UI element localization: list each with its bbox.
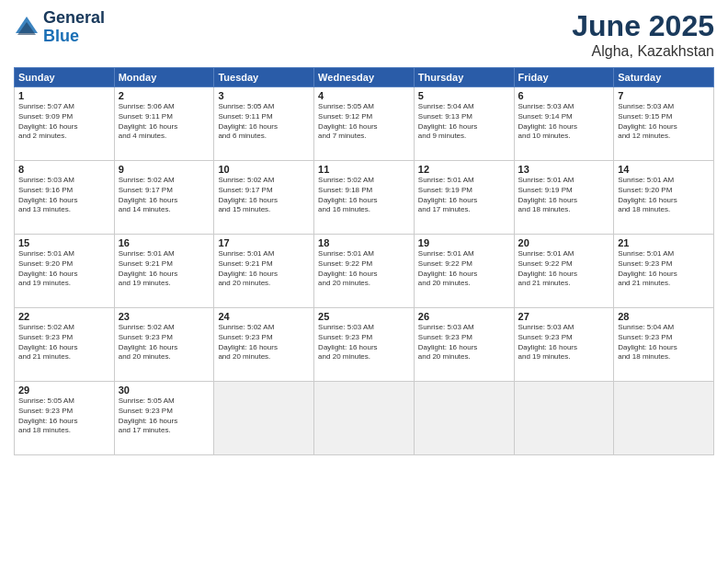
day-number: 24 <box>218 311 310 322</box>
day-info: Sunrise: 5:03 AM Sunset: 9:15 PM Dayligh… <box>618 102 710 142</box>
calendar-cell: 29Sunrise: 5:05 AM Sunset: 9:23 PM Dayli… <box>15 382 115 455</box>
weekday-header-friday: Friday <box>514 68 614 87</box>
day-number: 6 <box>518 90 610 101</box>
week-row-4: 22Sunrise: 5:02 AM Sunset: 9:23 PM Dayli… <box>15 308 714 382</box>
day-info: Sunrise: 5:02 AM Sunset: 9:17 PM Dayligh… <box>119 176 210 215</box>
day-number: 8 <box>18 164 110 175</box>
calendar-cell <box>514 382 614 455</box>
weekday-header-monday: Monday <box>114 68 214 87</box>
calendar-cell: 14Sunrise: 5:01 AM Sunset: 9:20 PM Dayli… <box>614 161 714 235</box>
day-number: 20 <box>518 237 610 248</box>
day-info: Sunrise: 5:01 AM Sunset: 9:21 PM Dayligh… <box>119 249 210 289</box>
day-number: 1 <box>18 90 110 101</box>
logo-blue: Blue <box>43 28 105 46</box>
day-number: 18 <box>318 237 410 248</box>
calendar-table: SundayMondayTuesdayWednesdayThursdayFrid… <box>14 67 714 455</box>
day-number: 11 <box>318 164 410 175</box>
calendar-cell: 10Sunrise: 5:02 AM Sunset: 9:17 PM Dayli… <box>214 161 314 235</box>
calendar-cell <box>614 382 714 455</box>
calendar-cell: 6Sunrise: 5:03 AM Sunset: 9:14 PM Daylig… <box>514 87 614 161</box>
calendar-cell: 9Sunrise: 5:02 AM Sunset: 9:17 PM Daylig… <box>114 161 214 235</box>
day-number: 13 <box>518 164 610 175</box>
day-number: 16 <box>119 237 210 248</box>
day-info: Sunrise: 5:02 AM Sunset: 9:18 PM Dayligh… <box>318 176 410 215</box>
day-number: 21 <box>618 237 710 248</box>
day-number: 28 <box>618 311 710 322</box>
day-info: Sunrise: 5:04 AM Sunset: 9:13 PM Dayligh… <box>418 102 510 142</box>
calendar-cell: 25Sunrise: 5:03 AM Sunset: 9:23 PM Dayli… <box>314 308 415 382</box>
calendar-cell: 24Sunrise: 5:02 AM Sunset: 9:23 PM Dayli… <box>214 308 314 382</box>
week-row-5: 29Sunrise: 5:05 AM Sunset: 9:23 PM Dayli… <box>15 382 714 455</box>
location: Algha, Kazakhstan <box>572 43 714 60</box>
calendar-cell: 3Sunrise: 5:05 AM Sunset: 9:11 PM Daylig… <box>214 87 314 161</box>
calendar-cell: 21Sunrise: 5:01 AM Sunset: 9:23 PM Dayli… <box>614 235 714 308</box>
day-number: 10 <box>218 164 310 175</box>
calendar-cell: 20Sunrise: 5:01 AM Sunset: 9:22 PM Dayli… <box>514 235 614 308</box>
calendar-cell: 11Sunrise: 5:02 AM Sunset: 9:18 PM Dayli… <box>314 161 415 235</box>
header: General Blue June 2025 Algha, Kazakhstan <box>14 9 714 60</box>
day-info: Sunrise: 5:07 AM Sunset: 9:09 PM Dayligh… <box>18 102 110 142</box>
day-info: Sunrise: 5:05 AM Sunset: 9:23 PM Dayligh… <box>119 396 210 436</box>
calendar-cell: 17Sunrise: 5:01 AM Sunset: 9:21 PM Dayli… <box>214 235 314 308</box>
day-info: Sunrise: 5:01 AM Sunset: 9:23 PM Dayligh… <box>618 249 710 289</box>
day-number: 2 <box>119 90 210 101</box>
day-info: Sunrise: 5:03 AM Sunset: 9:16 PM Dayligh… <box>18 176 110 215</box>
week-row-2: 8Sunrise: 5:03 AM Sunset: 9:16 PM Daylig… <box>15 161 714 235</box>
day-number: 23 <box>119 311 210 322</box>
calendar-cell <box>314 382 415 455</box>
weekday-header-tuesday: Tuesday <box>214 68 314 87</box>
calendar-cell: 16Sunrise: 5:01 AM Sunset: 9:21 PM Dayli… <box>114 235 214 308</box>
day-info: Sunrise: 5:02 AM Sunset: 9:23 PM Dayligh… <box>218 323 310 362</box>
day-number: 4 <box>318 90 410 101</box>
day-info: Sunrise: 5:02 AM Sunset: 9:23 PM Dayligh… <box>18 323 110 362</box>
calendar-cell: 2Sunrise: 5:06 AM Sunset: 9:11 PM Daylig… <box>114 87 214 161</box>
calendar-cell: 18Sunrise: 5:01 AM Sunset: 9:22 PM Dayli… <box>314 235 415 308</box>
calendar-cell: 15Sunrise: 5:01 AM Sunset: 9:20 PM Dayli… <box>15 235 115 308</box>
day-number: 29 <box>18 385 110 396</box>
calendar-cell: 30Sunrise: 5:05 AM Sunset: 9:23 PM Dayli… <box>114 382 214 455</box>
calendar-cell: 1Sunrise: 5:07 AM Sunset: 9:09 PM Daylig… <box>15 87 115 161</box>
day-number: 22 <box>18 311 110 322</box>
calendar-cell: 12Sunrise: 5:01 AM Sunset: 9:19 PM Dayli… <box>414 161 514 235</box>
logo-icon <box>14 15 40 40</box>
title-block: June 2025 Algha, Kazakhstan <box>572 9 714 60</box>
day-info: Sunrise: 5:05 AM Sunset: 9:11 PM Dayligh… <box>218 102 310 142</box>
month-title: June 2025 <box>572 9 714 43</box>
day-number: 14 <box>618 164 710 175</box>
calendar-cell: 4Sunrise: 5:05 AM Sunset: 9:12 PM Daylig… <box>314 87 415 161</box>
calendar-cell: 23Sunrise: 5:02 AM Sunset: 9:23 PM Dayli… <box>114 308 214 382</box>
day-info: Sunrise: 5:04 AM Sunset: 9:23 PM Dayligh… <box>618 323 710 362</box>
weekday-header-saturday: Saturday <box>614 68 714 87</box>
calendar-cell: 7Sunrise: 5:03 AM Sunset: 9:15 PM Daylig… <box>614 87 714 161</box>
week-row-3: 15Sunrise: 5:01 AM Sunset: 9:20 PM Dayli… <box>15 235 714 308</box>
week-row-1: 1Sunrise: 5:07 AM Sunset: 9:09 PM Daylig… <box>15 87 714 161</box>
weekday-header-sunday: Sunday <box>15 68 115 87</box>
weekday-header-thursday: Thursday <box>414 68 514 87</box>
calendar-cell: 26Sunrise: 5:03 AM Sunset: 9:23 PM Dayli… <box>414 308 514 382</box>
day-number: 3 <box>218 90 310 101</box>
day-info: Sunrise: 5:03 AM Sunset: 9:14 PM Dayligh… <box>518 102 610 142</box>
calendar-cell: 13Sunrise: 5:01 AM Sunset: 9:19 PM Dayli… <box>514 161 614 235</box>
calendar-cell: 5Sunrise: 5:04 AM Sunset: 9:13 PM Daylig… <box>414 87 514 161</box>
day-info: Sunrise: 5:02 AM Sunset: 9:17 PM Dayligh… <box>218 176 310 215</box>
day-info: Sunrise: 5:01 AM Sunset: 9:22 PM Dayligh… <box>418 249 510 289</box>
day-info: Sunrise: 5:01 AM Sunset: 9:22 PM Dayligh… <box>318 249 410 289</box>
day-info: Sunrise: 5:06 AM Sunset: 9:11 PM Dayligh… <box>119 102 210 142</box>
day-number: 25 <box>318 311 410 322</box>
calendar-cell <box>214 382 314 455</box>
day-info: Sunrise: 5:01 AM Sunset: 9:19 PM Dayligh… <box>418 176 510 215</box>
day-number: 7 <box>618 90 710 101</box>
day-info: Sunrise: 5:01 AM Sunset: 9:21 PM Dayligh… <box>218 249 310 289</box>
day-info: Sunrise: 5:03 AM Sunset: 9:23 PM Dayligh… <box>418 323 510 362</box>
logo: General Blue <box>14 9 105 46</box>
day-number: 30 <box>119 385 210 396</box>
day-number: 19 <box>418 237 510 248</box>
day-info: Sunrise: 5:05 AM Sunset: 9:12 PM Dayligh… <box>318 102 410 142</box>
weekday-header-wednesday: Wednesday <box>314 68 415 87</box>
logo-general: General <box>43 9 105 28</box>
day-number: 9 <box>119 164 210 175</box>
day-info: Sunrise: 5:05 AM Sunset: 9:23 PM Dayligh… <box>18 396 110 436</box>
calendar-cell: 19Sunrise: 5:01 AM Sunset: 9:22 PM Dayli… <box>414 235 514 308</box>
day-number: 27 <box>518 311 610 322</box>
day-number: 26 <box>418 311 510 322</box>
